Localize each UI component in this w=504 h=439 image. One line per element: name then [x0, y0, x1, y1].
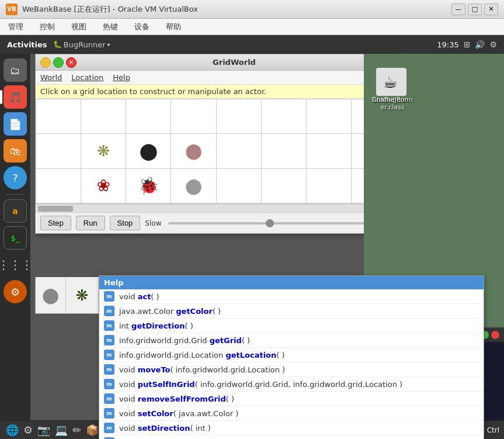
actor-shrub: ❋: [76, 286, 89, 304]
menu-hotkey[interactable]: 热键: [99, 20, 121, 33]
cell-2-6[interactable]: [307, 169, 352, 203]
minimize-button[interactable]: —: [451, 4, 465, 15]
help-text-8: void setColor( java.awt.Color ): [119, 409, 238, 418]
desktop-icons-area: 📄 BoxBugRunner.class ☕ Chameleon: [364, 54, 504, 77]
network-icon[interactable]: ⊞: [464, 40, 471, 49]
help-item-4[interactable]: m info.gridworld.grid.Location getLocati…: [99, 348, 484, 362]
cell-1-4[interactable]: [217, 134, 262, 168]
dock-music[interactable]: 🎵: [4, 85, 27, 109]
help-text-0: void act( ): [119, 292, 159, 301]
speed-slider[interactable]: [168, 222, 370, 224]
dock-amazon[interactable]: a: [4, 199, 27, 223]
gw-menu-help[interactable]: Help: [113, 73, 130, 82]
help-item-10[interactable]: m java.lang.String toString( ): [99, 435, 484, 439]
help-item-7[interactable]: m void removeSelfFromGrid( ): [99, 392, 484, 406]
gw-maximize-button[interactable]: [53, 57, 64, 68]
settings-tray-icon[interactable]: ⚙: [489, 40, 497, 49]
vbox-menubar: 管理 控制 视图 热键 设备 帮助: [0, 19, 504, 35]
chameleon-label: Chameleon: [372, 96, 408, 103]
cell-1-3[interactable]: ⬤: [171, 134, 216, 168]
maximize-button[interactable]: □: [468, 4, 482, 15]
ubuntu-dock: 🗂 🎵 📄 🛍 ? a $_ ⋮⋮⋮ ⚙: [0, 54, 30, 420]
ubuntu-taskbar: Activities 🐛 BugRunner ▾ 19:35 ⊞ 🔊 ⚙: [0, 35, 504, 54]
actor-rock-gray: ⬤: [185, 177, 202, 195]
help-item-0[interactable]: m void act( ): [99, 289, 484, 304]
actor-rock-yellow: ❋: [97, 142, 110, 160]
cell-0-2[interactable]: [126, 99, 171, 134]
menu-device[interactable]: 设备: [131, 20, 153, 33]
cell-1-2[interactable]: ⬤: [126, 134, 171, 168]
menu-help[interactable]: 帮助: [162, 20, 185, 33]
cell-0-6[interactable]: [307, 99, 352, 134]
cell-1-0[interactable]: [36, 134, 81, 168]
menu-control[interactable]: 控制: [36, 20, 58, 33]
cell-0-5[interactable]: [262, 99, 307, 134]
run-button[interactable]: Run: [76, 216, 105, 230]
cell-2-2[interactable]: 🐞: [126, 169, 171, 203]
dock-writer[interactable]: 📄: [4, 112, 27, 136]
gw-close-button[interactable]: ✕: [66, 57, 77, 68]
cell-2-5[interactable]: [262, 169, 307, 203]
close-button[interactable]: ✕: [484, 4, 498, 15]
cell-0-0[interactable]: [36, 99, 81, 134]
activities-button[interactable]: Activities: [7, 40, 47, 49]
dock-terminal[interactable]: $_: [4, 226, 27, 250]
gw-title: GridWorld: [77, 58, 392, 67]
help-item-3[interactable]: m info.gridworld.grid.Grid getGrid( ): [99, 333, 484, 348]
cell-1-6[interactable]: [307, 134, 352, 168]
gw-menu-world[interactable]: World: [40, 73, 62, 82]
menu-manage[interactable]: 管理: [5, 20, 27, 33]
bottom-icon-3[interactable]: 📷: [37, 424, 50, 436]
window-controls: — □ ✕: [451, 4, 498, 15]
dock-apps[interactable]: ⋮⋮⋮: [4, 253, 27, 276]
help-text-5: void moveTo( info.gridworld.grid.Locatio…: [119, 365, 285, 374]
cell-2-3[interactable]: ⬤: [171, 169, 216, 203]
method-icon-9: m: [104, 423, 114, 433]
sound-icon[interactable]: 🔊: [475, 40, 485, 49]
grid-scrollbar-horizontal[interactable]: [36, 204, 397, 212]
bugrunner-indicator[interactable]: 🐛 BugRunner ▾: [53, 40, 110, 49]
step-button[interactable]: Step: [40, 216, 71, 230]
cell-2-4[interactable]: [217, 169, 262, 203]
help-item-5[interactable]: m void moveTo( info.gridworld.grid.Locat…: [99, 362, 484, 377]
method-icon-5: m: [104, 364, 114, 375]
gw-minimize-button[interactable]: [40, 57, 51, 68]
dock-software-center[interactable]: 🛍: [4, 139, 27, 163]
cell-1-1[interactable]: ❋: [81, 134, 126, 168]
cell-1-5[interactable]: [262, 134, 307, 168]
menu-view[interactable]: 视图: [68, 20, 90, 33]
help-item-2[interactable]: m int getDirection( ): [99, 319, 484, 333]
h-scrollbar-thumb: [38, 206, 73, 212]
dock-help[interactable]: ?: [4, 166, 27, 189]
help-text-1: java.awt.Color getColor( ): [119, 307, 221, 316]
cell-0-3[interactable]: [171, 99, 216, 134]
gw-grid[interactable]: ✿ ❋ ⬤ ⬤ ✿: [36, 99, 397, 203]
cell-2-0[interactable]: [36, 169, 81, 203]
bottom-icon-2[interactable]: ⚙: [23, 424, 33, 436]
bottom-icon-4[interactable]: 💻: [55, 424, 68, 436]
gw-menu-location[interactable]: Location: [71, 73, 103, 82]
bottom-icon-6[interactable]: 📦: [86, 424, 99, 436]
dock-files[interactable]: 🗂: [4, 58, 27, 82]
help-text-3: info.gridworld.grid.Grid getGrid( ): [119, 336, 250, 345]
help-item-8[interactable]: m void setColor( java.awt.Color ): [99, 406, 484, 421]
dock-settings[interactable]: ⚙: [4, 280, 27, 303]
terminal-close-button[interactable]: [491, 331, 499, 339]
stop-button[interactable]: Stop: [110, 216, 141, 230]
cell-0-4[interactable]: [217, 99, 262, 134]
method-icon-0: m: [104, 291, 114, 302]
gw-titlebar: ✕ GridWorld: [36, 54, 397, 71]
bottom-icon-5[interactable]: ✏: [72, 424, 81, 436]
help-item-1[interactable]: m java.awt.Color getColor( ): [99, 304, 484, 319]
actor-ladybug: 🐞: [138, 176, 159, 195]
bottom-network-icon[interactable]: 🌐: [6, 424, 19, 436]
help-item-6[interactable]: m void putSelfInGrid( info.gridworld.gri…: [99, 377, 484, 392]
help-item-9[interactable]: m void setDirection( int ): [99, 421, 484, 435]
method-icon-1: m: [104, 306, 114, 316]
cell-2-1[interactable]: ❀: [81, 169, 126, 203]
desktop-icon-chameleon[interactable]: ☕ Chameleon: [370, 65, 411, 106]
cell-0-1[interactable]: [81, 99, 126, 134]
vbox-titlebar: VB WeBankBase [正在运行] - Oracle VM Virtual…: [0, 0, 504, 19]
system-tray: 19:35 ⊞ 🔊 ⚙: [437, 40, 497, 49]
method-icon-7: m: [104, 393, 114, 404]
